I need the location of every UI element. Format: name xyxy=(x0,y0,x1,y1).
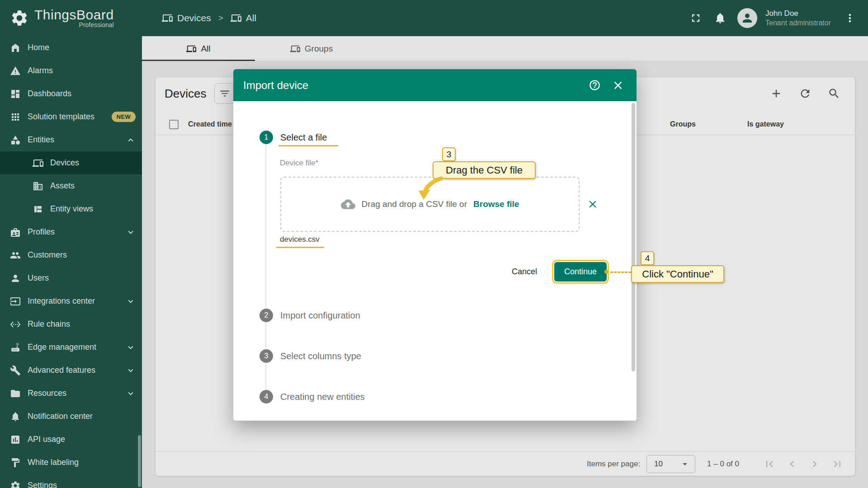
annotation-click-continue-label: Click "Continue" xyxy=(631,265,724,283)
annotation-drag-csv-label: Drag the CSV file xyxy=(433,161,536,179)
cancel-button[interactable]: Cancel xyxy=(498,262,551,282)
screen: ThingsBoard Professional Devices > All J… xyxy=(0,0,868,488)
annotation-connector-line xyxy=(610,272,631,273)
step-number-badge: 3 xyxy=(259,349,273,363)
annotation-connector-dot xyxy=(604,270,609,274)
dialog-title: Import device xyxy=(243,79,586,92)
clear-file-button[interactable] xyxy=(585,197,600,212)
help-button[interactable] xyxy=(586,77,603,94)
dialog-body: 1Select a file2Import configuration3Sele… xyxy=(233,101,637,421)
step-3-select-columns-type[interactable]: 3Select columns type xyxy=(259,349,361,363)
step-1-select-a-file[interactable]: 1Select a file xyxy=(259,131,327,144)
step-label: Select a file xyxy=(280,132,327,143)
annotation-underline-step xyxy=(278,145,338,146)
help-icon xyxy=(589,79,601,91)
step-number-badge: 1 xyxy=(259,131,273,144)
cloud-upload-icon xyxy=(341,197,355,211)
annotation-underline-file xyxy=(276,247,324,248)
step-4-creating-new-entities[interactable]: 4Creating new entities xyxy=(259,390,365,404)
annotation-step-4-badge: 4 xyxy=(641,251,654,265)
step-number-badge: 2 xyxy=(259,309,273,322)
dropzone-text: Drag and drop a CSV file or xyxy=(362,199,467,209)
close-icon xyxy=(612,79,624,92)
step-label: Creating new entities xyxy=(280,392,365,402)
continue-button[interactable]: Continue xyxy=(554,262,607,282)
browse-file-link[interactable]: Browse file xyxy=(473,199,519,209)
step-2-import-configuration[interactable]: 2Import configuration xyxy=(259,309,360,322)
dialog-header: Import device xyxy=(233,69,637,101)
dialog-scrollbar[interactable] xyxy=(632,103,635,371)
annotation-step-3-badge: 3 xyxy=(442,147,456,161)
step-label: Import configuration xyxy=(280,310,360,321)
annotation-arrow-icon xyxy=(417,176,445,201)
step-label: Select columns type xyxy=(280,351,361,361)
step-number-badge: 4 xyxy=(259,390,273,404)
clear-icon xyxy=(587,198,599,210)
device-file-label: Device file* xyxy=(280,159,318,168)
import-device-dialog: Import device 1Select a file2Import conf… xyxy=(233,69,637,421)
selected-file-name: devices.csv xyxy=(280,235,320,244)
dialog-close-button[interactable] xyxy=(609,77,627,94)
